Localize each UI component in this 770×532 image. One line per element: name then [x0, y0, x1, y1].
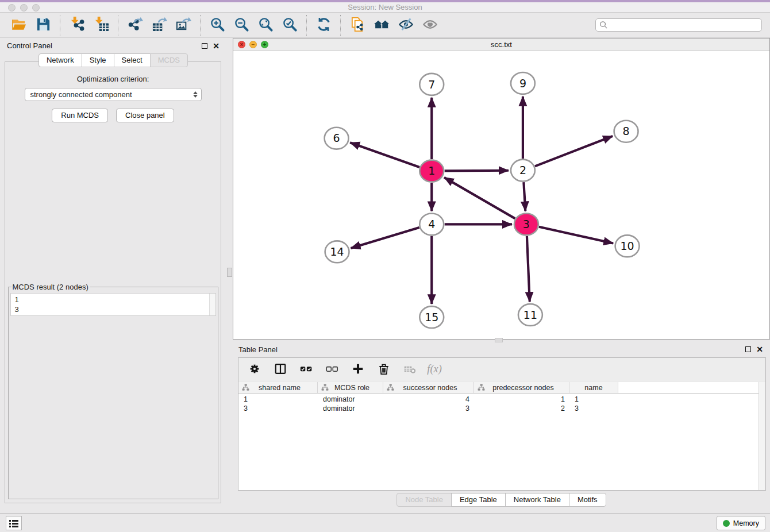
toolbar-group	[200, 15, 306, 36]
table-panel-title: Table Panel	[238, 345, 278, 354]
task-history-button[interactable]	[6, 516, 22, 530]
float-panel-icon[interactable]	[202, 43, 207, 49]
close-panel-icon[interactable]: ✕	[213, 43, 220, 49]
criterion-dropdown[interactable]: strongly connected component	[25, 88, 202, 101]
column-header-label: MCDS role	[334, 384, 369, 392]
split-column-view-button[interactable]	[273, 362, 288, 377]
export-image-button[interactable]	[174, 16, 192, 34]
home-button[interactable]	[372, 16, 391, 34]
toolbar-group	[60, 15, 118, 36]
search-input[interactable]	[595, 18, 762, 32]
import-table-button[interactable]	[92, 16, 110, 34]
save-session-button[interactable]	[34, 16, 52, 34]
tab-mcds[interactable]: MCDS	[150, 53, 188, 67]
run-mcds-button[interactable]: Run MCDS	[52, 109, 108, 122]
graph-node-9[interactable]: 9	[511, 72, 535, 94]
vertical-splitter-handle[interactable]	[227, 268, 232, 277]
zoom-fit-button[interactable]	[256, 16, 275, 34]
table-tab-edge-table[interactable]: Edge Table	[451, 493, 506, 507]
deselect-all-checkboxes-button[interactable]	[325, 362, 340, 377]
memory-button[interactable]: Memory	[717, 516, 765, 530]
network-close-button[interactable]: ×	[238, 41, 245, 48]
show-graphics-details-button[interactable]	[421, 16, 439, 34]
export-table-button[interactable]	[150, 16, 168, 34]
network-canvas[interactable]: 7968124314101511	[233, 51, 769, 339]
show-graphics-details-icon	[422, 17, 438, 34]
export-image-icon	[176, 17, 191, 34]
tab-style[interactable]: Style	[82, 53, 114, 67]
graph-node-10[interactable]: 10	[615, 235, 640, 257]
import-table-icon	[94, 17, 109, 34]
window-zoom-button[interactable]	[32, 4, 40, 11]
node-table: shared nameMCDS rolesuccessor nodesprede…	[238, 382, 759, 490]
network-window-title: scc.txt	[233, 38, 769, 51]
graph-node-7[interactable]: 7	[419, 74, 444, 95]
window-minimize-button[interactable]	[20, 4, 28, 11]
graph-edge-2-3[interactable]	[523, 182, 525, 211]
open-file-button[interactable]	[10, 16, 28, 34]
graph-node-14[interactable]: 14	[325, 241, 349, 263]
graph-node-label: 10	[621, 240, 634, 252]
mcds-result-fieldset: MCDS result (2 nodes) 13	[8, 283, 218, 499]
graph-node-1[interactable]: 1	[419, 160, 444, 182]
select-all-checkboxes-button[interactable]	[299, 362, 314, 377]
column-header-predecessor-nodes[interactable]: predecessor nodes	[474, 382, 569, 393]
graph-node-6[interactable]: 6	[325, 128, 349, 149]
graph-node-3[interactable]: 3	[514, 213, 538, 235]
column-header-successor-nodes[interactable]: successor nodes	[383, 382, 474, 393]
table-tab-motifs[interactable]: Motifs	[569, 493, 606, 507]
table-cell: 3	[383, 404, 474, 413]
table-body: 1dominator4113dominator323	[238, 395, 759, 413]
result-scrollbar[interactable]	[209, 294, 215, 315]
table-tab-network-table[interactable]: Network Table	[505, 493, 569, 507]
graph-edge-3-11[interactable]	[527, 236, 530, 302]
function-builder-fx-icon: f(x)	[425, 363, 446, 377]
column-header-MCDS-role[interactable]: MCDS role	[318, 382, 383, 393]
open-network-file-button[interactable]	[348, 16, 367, 34]
toolbar-group	[2, 15, 60, 36]
tab-network[interactable]: Network	[38, 53, 82, 67]
zoom-in-button[interactable]	[208, 16, 226, 34]
column-header-name[interactable]: name	[569, 382, 618, 393]
table-row[interactable]: 1dominator411	[238, 395, 759, 404]
table-scrollbar[interactable]	[759, 382, 765, 490]
graph-edge-1-6[interactable]	[350, 142, 419, 167]
table-tab-node-table[interactable]: Node Table	[396, 493, 452, 507]
toolbar-group	[118, 15, 200, 36]
graph-node-label: 2	[519, 164, 526, 176]
table-settings-gear-button[interactable]	[247, 362, 262, 377]
tab-select[interactable]: Select	[114, 53, 151, 67]
add-column-button[interactable]	[351, 362, 365, 377]
network-maximize-button[interactable]: +	[261, 41, 268, 48]
graph-edge-3-1[interactable]	[444, 178, 515, 218]
graph-node-2[interactable]: 2	[511, 160, 535, 182]
import-network-button[interactable]	[68, 16, 86, 34]
mcds-result-box[interactable]: 13	[10, 293, 216, 316]
graph-edge-4-14[interactable]	[351, 228, 419, 248]
hide-graphics-details-button[interactable]	[396, 16, 415, 34]
zoom-out-button[interactable]	[232, 16, 251, 34]
refresh-layout-button[interactable]	[314, 16, 333, 34]
close-table-panel-icon[interactable]: ✕	[756, 346, 763, 352]
table-cell: 2	[474, 404, 569, 413]
control-panel-title: Control Panel	[7, 41, 52, 50]
graph-node-11[interactable]: 11	[518, 304, 542, 326]
graph-node-label: 4	[428, 218, 435, 230]
column-header-shared-name[interactable]: shared name	[238, 382, 318, 393]
window-traffic-lights[interactable]	[8, 4, 40, 11]
window-close-button[interactable]	[8, 4, 16, 11]
graph-edge-2-8[interactable]	[535, 136, 613, 167]
graph-edge-3-10[interactable]	[539, 227, 613, 244]
float-table-panel-icon[interactable]	[745, 346, 751, 352]
column-header-label: shared name	[259, 384, 301, 392]
table-row[interactable]: 3dominator323	[238, 404, 759, 413]
close-panel-button[interactable]: Close panel	[116, 109, 174, 122]
graph-node-4[interactable]: 4	[419, 213, 444, 235]
network-minimize-button[interactable]: −	[249, 41, 257, 48]
export-network-button[interactable]	[126, 16, 144, 34]
graph-edge-1-2[interactable]	[445, 171, 509, 171]
graph-node-15[interactable]: 15	[419, 306, 444, 328]
delete-column-trash-button[interactable]	[376, 362, 391, 377]
graph-node-8[interactable]: 8	[614, 121, 638, 142]
zoom-selected-button[interactable]	[280, 16, 299, 34]
